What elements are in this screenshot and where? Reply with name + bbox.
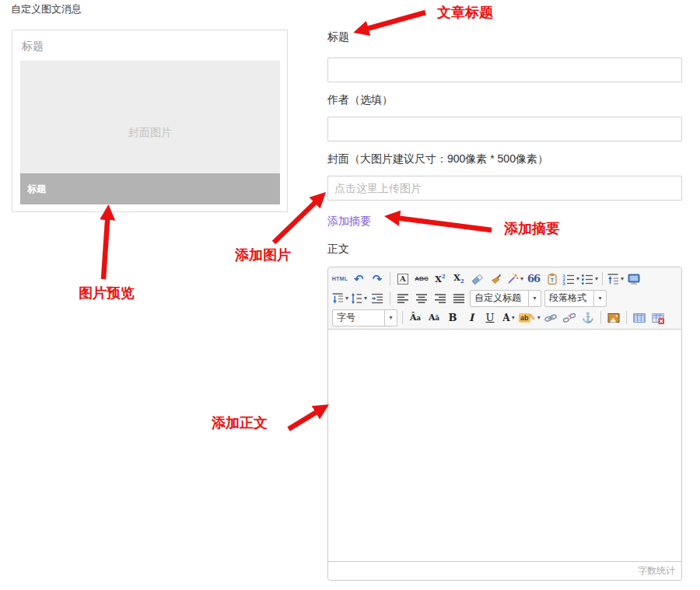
line-height-button[interactable]: ▾ bbox=[350, 290, 367, 307]
undo-button[interactable]: ↶ bbox=[350, 271, 367, 288]
svg-text:3: 3 bbox=[563, 281, 565, 285]
undo-icon: ↶ bbox=[354, 272, 364, 286]
underline-button[interactable]: U bbox=[481, 309, 499, 326]
author-input[interactable] bbox=[327, 117, 682, 141]
to-uppercase-icon: Ȃa bbox=[410, 312, 421, 323]
chevron-down-icon[interactable]: ▾ bbox=[384, 310, 397, 326]
toolbar-separator bbox=[626, 311, 627, 324]
blockquote-button[interactable]: 66 bbox=[525, 271, 542, 288]
redo-button[interactable]: ↷ bbox=[369, 271, 386, 288]
chevron-down-icon[interactable]: ▾ bbox=[345, 295, 348, 302]
preview-cover-area: 封面图片 标题 bbox=[20, 61, 280, 204]
strikethrough-button[interactable]: ABC bbox=[413, 271, 430, 288]
remove-format-icon bbox=[471, 273, 484, 285]
remove-format-button[interactable] bbox=[469, 271, 486, 288]
indent-button[interactable] bbox=[369, 290, 386, 307]
preview-icon bbox=[628, 273, 640, 285]
superscript-button[interactable]: X2 bbox=[432, 271, 449, 288]
title-input[interactable] bbox=[327, 58, 682, 82]
align-justify-button[interactable] bbox=[450, 290, 467, 307]
arrow-image-preview bbox=[103, 210, 108, 279]
delete-table-button[interactable] bbox=[649, 309, 667, 326]
annotation-add-image: 添加图片 bbox=[235, 246, 291, 264]
chevron-down-icon[interactable]: ▾ bbox=[576, 275, 579, 282]
title-label: 标题 bbox=[327, 30, 682, 44]
align-center-button[interactable] bbox=[413, 290, 430, 307]
annotation-article-title: 文章标题 bbox=[437, 3, 493, 22]
toolbar-row-2: ▾▾自定义标题▾段落格式▾ bbox=[331, 288, 679, 308]
ordered-list-icon: 123 bbox=[562, 273, 575, 285]
anchor-icon: ⚓ bbox=[582, 312, 594, 323]
add-summary-link[interactable]: 添加摘要 bbox=[327, 215, 371, 229]
paste-plain-button[interactable]: T bbox=[544, 271, 561, 288]
preview-cover-placeholder: 封面图片 bbox=[20, 126, 280, 140]
to-uppercase-button[interactable]: Ȃa bbox=[407, 309, 424, 326]
author-label: 作者（选填） bbox=[327, 93, 682, 107]
toolbar-separator bbox=[402, 311, 403, 324]
chevron-down-icon[interactable]: ▾ bbox=[528, 291, 541, 306]
format-brush-button[interactable] bbox=[488, 271, 505, 288]
italic-button[interactable]: I bbox=[463, 309, 480, 326]
align-justify-icon bbox=[453, 292, 465, 305]
auto-typeset-button[interactable]: ▾ bbox=[506, 271, 523, 288]
remove-link-button[interactable] bbox=[561, 309, 578, 326]
subscript-button[interactable]: X2 bbox=[450, 271, 467, 288]
annotation-add-summary: 添加摘要 bbox=[504, 219, 560, 238]
paragraph-spacing-bottom-icon bbox=[331, 292, 344, 305]
align-left-icon bbox=[397, 292, 409, 305]
char-border-button[interactable]: A bbox=[394, 271, 411, 288]
align-left-button[interactable] bbox=[394, 290, 411, 307]
to-lowercase-button[interactable]: Aȃ bbox=[425, 309, 443, 326]
anchor-button[interactable]: ⚓ bbox=[579, 309, 597, 326]
auto-typeset-icon bbox=[506, 273, 519, 285]
chevron-down-icon[interactable]: ▾ bbox=[593, 291, 606, 306]
to-lowercase-icon: Aȃ bbox=[429, 312, 439, 323]
chevron-down-icon[interactable]: ▾ bbox=[621, 275, 624, 282]
chevron-down-icon[interactable]: ▾ bbox=[364, 295, 367, 302]
align-center-icon bbox=[415, 292, 428, 305]
unordered-list-button[interactable]: ▾ bbox=[581, 271, 598, 288]
insert-image-icon bbox=[607, 312, 620, 324]
insert-link-button[interactable] bbox=[542, 309, 559, 326]
font-size-select[interactable]: 字号▾ bbox=[332, 309, 397, 326]
redo-icon: ↷ bbox=[373, 272, 383, 286]
font-color-button[interactable]: A▾ bbox=[500, 309, 517, 326]
highlight-color-button[interactable]: ab✎▾ bbox=[519, 309, 541, 326]
ordered-list-button[interactable]: 123▾ bbox=[562, 271, 579, 288]
align-right-button[interactable] bbox=[432, 290, 449, 307]
cover-upload-input[interactable] bbox=[327, 176, 682, 201]
align-right-icon bbox=[434, 292, 446, 305]
toolbar-separator bbox=[602, 272, 603, 285]
annotation-image-preview: 图片预览 bbox=[79, 284, 135, 302]
chevron-down-icon[interactable]: ▾ bbox=[520, 275, 523, 282]
preview-title-text: 标题 bbox=[22, 40, 44, 54]
bold-button[interactable]: B bbox=[444, 309, 461, 326]
chevron-down-icon[interactable]: ▾ bbox=[595, 275, 598, 282]
paragraph-format-select[interactable]: 段落格式▾ bbox=[544, 290, 607, 307]
strikethrough-icon: ABC bbox=[415, 275, 428, 282]
custom-heading-select[interactable]: 自定义标题▾ bbox=[470, 290, 541, 307]
highlight-color-icon: ab✎ bbox=[519, 312, 536, 323]
font-color-icon: A bbox=[502, 312, 509, 323]
editor-content-area[interactable] bbox=[328, 330, 681, 561]
insert-image-button[interactable] bbox=[605, 309, 622, 326]
paragraph-spacing-top-icon bbox=[607, 273, 619, 285]
insert-table-icon bbox=[633, 312, 646, 324]
custom-heading-select-label: 自定义标题 bbox=[471, 292, 528, 305]
custom-message-editor-page: 自定义图文消息 标题 封面图片 标题 标题 作者（选填） 封面（大图片建议尺寸：… bbox=[0, 0, 700, 590]
cover-label: 封面（大图片建议尺寸：900像素 * 500像素） bbox=[327, 152, 682, 166]
bold-icon: B bbox=[449, 312, 457, 323]
chevron-down-icon[interactable]: ▾ bbox=[512, 314, 515, 321]
chevron-down-icon[interactable]: ▾ bbox=[537, 314, 541, 321]
insert-table-button[interactable] bbox=[631, 309, 648, 326]
html-source-button[interactable]: HTML bbox=[331, 271, 348, 288]
paragraph-spacing-bottom-button[interactable]: ▾ bbox=[331, 290, 348, 307]
preview-button[interactable] bbox=[625, 271, 642, 288]
char-border-icon: A bbox=[397, 274, 408, 285]
subscript-icon: X2 bbox=[453, 273, 464, 285]
body-label: 正文 bbox=[327, 243, 682, 257]
message-preview-card: 标题 封面图片 标题 bbox=[12, 30, 288, 212]
remove-link-icon bbox=[563, 312, 576, 324]
paragraph-spacing-top-button[interactable]: ▾ bbox=[607, 271, 624, 288]
format-brush-icon bbox=[490, 273, 502, 285]
